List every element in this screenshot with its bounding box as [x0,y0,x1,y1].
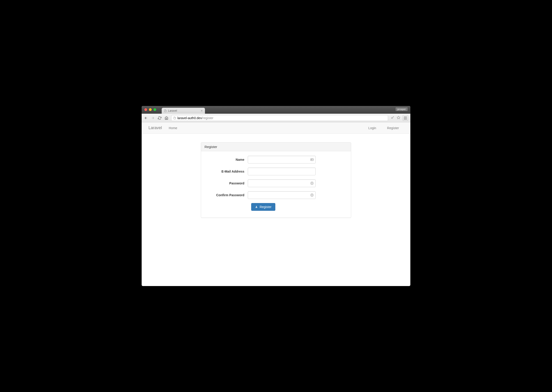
tab-title: Laravel [168,109,177,112]
panel-body: Name E-Mail Address [201,151,351,217]
traffic-lights [144,108,156,111]
window-maximize-button[interactable] [153,108,156,111]
user-icon [255,205,258,209]
key-suggestion-icon [310,182,314,185]
panel-heading: Register [201,143,351,151]
url-path: /register [202,116,213,120]
browser-titlebar: Laravel × prosper [142,106,410,114]
contact-card-icon [310,158,314,161]
browser-toolbar: laravel-auth0.dev/register [142,114,410,122]
tab-close-button[interactable]: × [201,109,203,112]
svg-point-7 [312,194,312,195]
browser-tab[interactable]: Laravel × [162,108,205,114]
register-button-label: Register [260,205,271,209]
svg-marker-1 [397,116,400,119]
back-button[interactable] [144,116,148,120]
window-minimize-button[interactable] [149,108,152,111]
nav-link-register[interactable]: Register [387,126,399,130]
key-suggestion-icon [310,193,314,197]
nav-link-login[interactable]: Login [369,126,376,130]
menu-button[interactable] [403,115,408,121]
form-group-confirm-password: Confirm Password [204,191,348,199]
nav-right: Login Register [369,126,404,130]
label-password: Password [204,182,248,185]
form-group-email: E-Mail Address [204,168,348,175]
form-group-name: Name [204,156,348,163]
star-icon[interactable] [397,116,400,120]
browser-window: Laravel × prosper laravel-auth0.dev/regi… [142,106,410,286]
window-close-button[interactable] [144,108,147,111]
page-content: Laravel Home Login Register Register Nam… [142,122,410,286]
confirm-password-input[interactable] [248,191,316,199]
url-bar[interactable]: laravel-auth0.dev/register [171,115,388,121]
form-group-password: Password [204,179,348,187]
name-input[interactable] [248,156,316,163]
svg-point-0 [392,117,392,119]
svg-point-5 [312,182,312,183]
register-button[interactable]: Register [251,203,275,211]
home-button[interactable] [164,116,168,120]
email-input[interactable] [248,168,316,175]
nav-link-home[interactable]: Home [169,126,177,130]
url-domain: laravel-auth0.dev [177,116,202,120]
forward-button[interactable] [151,116,155,120]
file-icon [164,109,167,112]
svg-point-3 [311,159,312,160]
navbar-brand[interactable]: Laravel [148,126,162,130]
toolbar-right [391,115,408,121]
key-icon[interactable] [391,116,394,120]
reload-button[interactable] [158,116,162,120]
profile-badge[interactable]: prosper [396,107,408,111]
register-panel: Register Name E-Mail Address [201,142,351,218]
label-confirm-password: Confirm Password [204,193,248,197]
label-email: E-Mail Address [204,170,248,173]
file-icon [173,116,176,119]
navbar: Laravel Home Login Register [142,122,410,134]
label-name: Name [204,158,248,161]
password-input[interactable] [248,179,316,187]
